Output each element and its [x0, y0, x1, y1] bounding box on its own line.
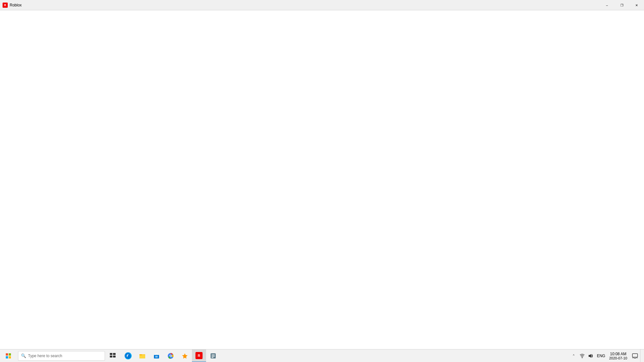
title-bar-title: Roblox	[10, 3, 22, 7]
restore-button[interactable]: ❐	[614, 0, 629, 10]
svg-rect-3	[113, 356, 116, 357]
svg-rect-21	[632, 354, 638, 357]
system-tray: ^ ENG	[571, 349, 644, 362]
taskbar-apps: R	[121, 349, 220, 362]
svg-point-19	[582, 357, 582, 358]
store-icon	[153, 352, 160, 359]
edge-icon	[125, 352, 132, 359]
svg-rect-18	[212, 357, 213, 358]
svg-rect-9	[155, 357, 158, 357]
clock-date: 2020-07-10	[609, 356, 627, 360]
app-icon: R	[3, 3, 8, 8]
taskbar-app-chrome[interactable]	[164, 349, 178, 362]
taskbar-app-favorites[interactable]	[178, 349, 192, 362]
title-bar-controls: – ❐ ✕	[600, 0, 644, 10]
search-icon: 🔍	[21, 353, 26, 358]
svg-rect-17	[212, 356, 215, 357]
extra-app-icon	[210, 352, 217, 359]
svg-rect-1	[113, 353, 116, 355]
volume-tray-icon[interactable]	[587, 349, 594, 362]
search-bar[interactable]: 🔍 Type here to search	[18, 351, 105, 361]
network-tray-icon[interactable]	[578, 349, 586, 362]
volume-icon	[588, 353, 593, 358]
svg-rect-6	[139, 354, 142, 355]
action-center-button[interactable]	[630, 349, 640, 362]
svg-rect-8	[155, 356, 158, 357]
file-explorer-icon	[139, 352, 146, 359]
taskbar-app-extra[interactable]	[206, 349, 220, 362]
action-center-icon	[632, 353, 638, 359]
favorites-icon	[181, 352, 188, 359]
taskbar-app-store[interactable]	[149, 349, 164, 362]
svg-rect-5	[139, 355, 145, 358]
clock-time: 10:08 AM	[610, 352, 627, 356]
chrome-icon	[167, 352, 174, 359]
main-content	[0, 10, 644, 349]
task-view-button[interactable]	[106, 349, 120, 362]
svg-marker-20	[589, 354, 591, 358]
network-icon	[580, 353, 585, 358]
title-bar: R Roblox – ❐ ✕	[0, 0, 644, 10]
svg-rect-7	[154, 355, 159, 358]
svg-rect-2	[110, 356, 112, 357]
language-indicator[interactable]: ENG	[596, 349, 607, 362]
taskbar-app-roblox[interactable]: R	[192, 349, 206, 362]
taskbar: 🔍 Type here to search	[0, 349, 644, 362]
close-button[interactable]: ✕	[629, 0, 644, 10]
svg-rect-16	[212, 355, 215, 355]
windows-icon	[6, 353, 11, 358]
roblox-app-icon: R	[195, 352, 203, 359]
svg-point-13	[170, 355, 171, 357]
tray-overflow-button[interactable]: ^	[571, 349, 577, 362]
task-view-icon	[109, 352, 116, 359]
search-bar-placeholder: Type here to search	[28, 354, 62, 358]
tray-icons	[577, 349, 596, 362]
clock-area[interactable]: 10:08 AM 2020-07-10	[607, 349, 630, 362]
svg-marker-14	[182, 353, 188, 359]
svg-rect-0	[110, 353, 112, 355]
start-button[interactable]	[0, 349, 17, 362]
taskbar-app-edge[interactable]	[121, 349, 135, 362]
show-desktop-button[interactable]	[640, 349, 643, 362]
title-bar-left: R Roblox	[0, 3, 22, 8]
minimize-button[interactable]: –	[600, 0, 614, 10]
taskbar-app-file-explorer[interactable]	[135, 349, 149, 362]
